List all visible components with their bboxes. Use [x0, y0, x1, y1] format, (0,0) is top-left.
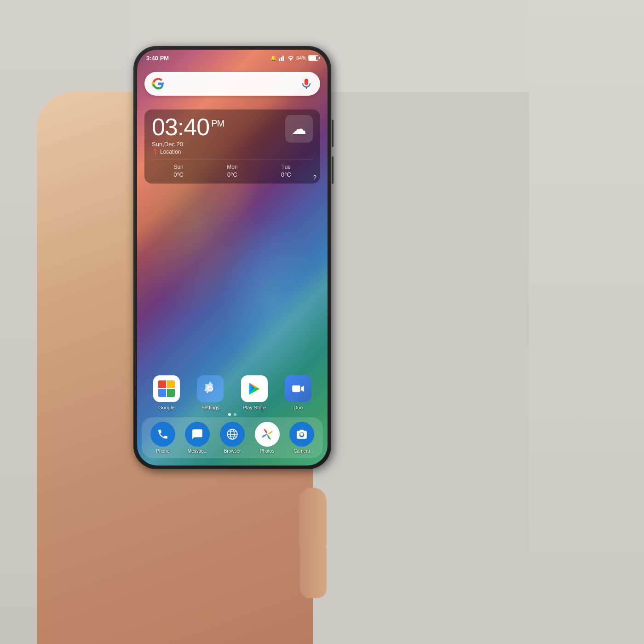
- search-bar[interactable]: [144, 72, 320, 96]
- google-label: Google: [158, 405, 174, 410]
- clock-left: 03:40PM Sun,Dec 20 📍 Location: [152, 115, 224, 155]
- clock-widget[interactable]: 03:40PM Sun,Dec 20 📍 Location ☁ ?: [144, 109, 320, 184]
- clock-date: Sun,Dec 20: [152, 141, 224, 148]
- dock-photos[interactable]: Photos: [255, 422, 280, 454]
- location-pin-icon: 📍: [152, 149, 159, 155]
- scene: 3:40 PM 🔔 84%: [0, 0, 644, 644]
- dock-phone[interactable]: Phone: [150, 422, 175, 454]
- phone-dock-label: Phone: [156, 448, 169, 454]
- camera-dock-label: Camera: [293, 448, 310, 454]
- browser-svg-icon: [226, 428, 238, 440]
- video-icon: [291, 381, 305, 396]
- settings-app-icon[interactable]: [197, 375, 224, 402]
- messages-icon[interactable]: [185, 422, 210, 447]
- dock-messages[interactable]: Messag...: [185, 422, 210, 454]
- clock-location: 📍 Location: [152, 149, 224, 155]
- phone-svg-icon: [157, 428, 169, 440]
- svg-point-3: [290, 59, 291, 60]
- notification-icon: 🔔: [270, 55, 277, 61]
- svg-rect-1: [281, 57, 282, 61]
- dot-2: [234, 413, 236, 416]
- phone-icon[interactable]: [150, 422, 175, 447]
- forecast-sun: Sun 0°C: [173, 164, 184, 178]
- svg-rect-0: [279, 58, 280, 61]
- messages-svg-icon: [191, 428, 203, 440]
- finger2: [300, 538, 327, 598]
- dock-browser[interactable]: Browser: [220, 422, 245, 454]
- photos-icon[interactable]: [255, 422, 280, 447]
- wifi-icon: [287, 55, 294, 61]
- playstore-app-icon[interactable]: [241, 375, 268, 402]
- dock: Phone Messag...: [142, 417, 323, 458]
- settings-label: Settings: [201, 405, 219, 410]
- google-logo: [152, 77, 165, 90]
- duo-label: Duo: [293, 405, 303, 410]
- forecast-row: Sun 0°C Mon 0°C Tue 0°C: [152, 160, 313, 178]
- phone-screen: 3:40 PM 🔔 84%: [137, 50, 328, 466]
- weather-icon: ☁ ?: [285, 115, 313, 143]
- browser-icon[interactable]: [220, 422, 245, 447]
- page-dots: [137, 413, 328, 416]
- photos-svg-icon: [259, 426, 275, 442]
- gear-icon: [202, 380, 218, 397]
- app-settings[interactable]: Settings: [197, 375, 224, 410]
- app-google[interactable]: Google: [153, 375, 180, 410]
- mic-icon[interactable]: [300, 77, 313, 90]
- google-app-icon[interactable]: [153, 375, 180, 402]
- messages-dock-label: Messag...: [188, 448, 207, 454]
- duo-app-icon[interactable]: [285, 375, 311, 402]
- app-playstore[interactable]: Play Store: [241, 375, 268, 410]
- signal-icon: [279, 55, 285, 61]
- battery-fill: [309, 56, 316, 60]
- browser-dock-label: Browser: [224, 448, 241, 454]
- photos-dock-label: Photos: [260, 448, 274, 454]
- battery-icon: [308, 55, 318, 61]
- status-time: 3:40 PM: [146, 55, 169, 62]
- bg-right: [529, 0, 644, 644]
- play-store-icon: [246, 380, 263, 397]
- battery-percent: 84%: [296, 55, 306, 61]
- status-icons: 🔔 84%: [270, 55, 318, 61]
- clock-time: 03:40PM: [152, 115, 224, 139]
- phone-body: 3:40 PM 🔔 84%: [133, 46, 331, 469]
- camera-svg-icon: [296, 428, 308, 440]
- google-grid-icon: [158, 380, 175, 397]
- playstore-label: Play Store: [242, 405, 266, 410]
- svg-rect-2: [282, 56, 284, 61]
- dock-camera[interactable]: Camera: [289, 422, 314, 454]
- forecast-mon: Mon 0°C: [227, 164, 237, 178]
- svg-rect-4: [292, 385, 300, 392]
- camera-icon[interactable]: [289, 422, 314, 447]
- dot-1: [228, 413, 231, 416]
- forecast-tue: Tue 0°C: [281, 164, 291, 178]
- app-grid: Google Settings: [144, 375, 320, 410]
- status-bar: 3:40 PM 🔔 84%: [137, 50, 328, 66]
- phone-wrapper: 3:40 PM 🔔 84%: [133, 46, 331, 469]
- app-duo[interactable]: Duo: [285, 375, 311, 410]
